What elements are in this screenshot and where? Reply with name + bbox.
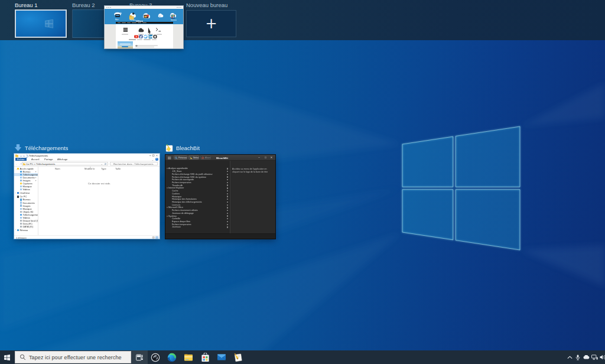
column-taille[interactable]: Taille xyxy=(115,167,121,170)
desktop2-label: Bureau 2 xyxy=(72,2,95,8)
onedrive-tray-icon[interactable] xyxy=(582,355,590,359)
cleaner-checkbox[interactable] xyxy=(227,196,228,197)
cleaner-checkbox[interactable] xyxy=(227,202,228,203)
view-toggle-icons[interactable] xyxy=(152,236,159,239)
refresh-icon[interactable]: ⟳ xyxy=(105,162,107,166)
address-path: Ce PC > Téléchargements xyxy=(26,162,55,165)
bleachbit-window-thumbnail[interactable]: Prévisualiser Nettoyer Abandonner Bleach… xyxy=(165,155,275,239)
explorer-thumbnail-label[interactable]: Téléchargements xyxy=(15,144,68,151)
taskbar-app-text-editor[interactable] xyxy=(230,350,246,364)
bleachbit-title: BleachBit xyxy=(216,157,228,160)
explorer-navigation-bar: ← → ↑ Ce PC > Téléchargements ⌄ ⟳ Recher… xyxy=(14,161,160,167)
task-view-screen: Bureau 1 Bureau 2 Bureau 3 Nouveau burea… xyxy=(0,0,605,364)
search-icon xyxy=(19,354,26,361)
doc-icon xyxy=(20,186,22,187)
explorer-sidebar-item[interactable]: ›OneDrive xyxy=(14,191,38,194)
cleaner-checkbox[interactable] xyxy=(227,184,228,186)
help-icon[interactable]: ? xyxy=(155,158,158,161)
cleaner-checkbox[interactable] xyxy=(227,182,228,183)
cleaner-checkbox[interactable] xyxy=(227,215,228,216)
taskbar-app-mail[interactable] xyxy=(213,350,230,364)
desktop1-label: Bureau 1 xyxy=(15,2,38,8)
abort-button[interactable]: Abandonner xyxy=(200,155,211,160)
cleaner-checkbox[interactable] xyxy=(227,193,228,194)
close-icon[interactable]: ✕ xyxy=(270,156,273,160)
network-tray-icon[interactable] xyxy=(590,355,599,360)
taskbar-app-microsoft-edge[interactable] xyxy=(164,350,180,364)
downloads-icon xyxy=(15,144,21,151)
microsoft-store-icon xyxy=(201,353,210,362)
bleachbit-help-text: Accédez au menu de l'application en cliq… xyxy=(232,168,274,174)
desktop-icon xyxy=(20,171,22,173)
taskbar-app-microsoft-store[interactable] xyxy=(197,350,213,364)
preview-article-image xyxy=(118,41,133,49)
cleaner-checkbox[interactable] xyxy=(227,213,228,214)
cloud-icon xyxy=(17,192,19,194)
new-desktop-tile[interactable]: + xyxy=(186,10,236,37)
explorer-sidebar-item[interactable]: DATA (G:) xyxy=(14,225,38,228)
cleaner-checkbox[interactable] xyxy=(227,218,228,219)
mail-icon xyxy=(217,353,226,362)
net-icon xyxy=(17,229,19,231)
preview-magnifier-icon xyxy=(175,157,178,160)
item-count-text: 1 élément xyxy=(16,236,27,239)
volume-tray-icon[interactable] xyxy=(599,355,605,360)
desktop1-tile[interactable] xyxy=(15,9,67,38)
cleaner-checkbox[interactable] xyxy=(227,176,228,177)
disk-icon xyxy=(20,220,22,222)
disk-icon xyxy=(20,223,22,225)
explorer-window-thumbnail[interactable]: Téléchargements Fichier Accueil Partage … xyxy=(14,154,160,239)
vid-icon xyxy=(20,188,22,190)
bleachbit-tree-row[interactable]: Journaux xyxy=(165,226,230,229)
cleaner-checkbox[interactable] xyxy=(227,207,228,208)
file-explorer-icon xyxy=(184,353,193,362)
preview-button[interactable]: Prévisualiser xyxy=(174,155,187,160)
desktop3-preview-popup[interactable]: Apps Fichiers Services Hitea xyxy=(105,6,183,48)
desktop1-thumbnail xyxy=(16,11,66,37)
obj-icon xyxy=(20,211,22,213)
explorer-sidebar-item[interactable]: ›Réseau xyxy=(14,229,38,232)
cleaner-checkbox[interactable] xyxy=(227,187,228,188)
microsoft-edge-icon xyxy=(167,353,177,362)
clean-button[interactable]: Nettoyer xyxy=(188,155,199,160)
vid-icon xyxy=(20,217,22,219)
microphone-tray-icon[interactable] xyxy=(574,355,582,360)
hidden-icons-chevron[interactable] xyxy=(565,356,574,359)
cleaner-checkbox[interactable] xyxy=(227,226,228,228)
explorer-search-box[interactable]: Rechercher dans : Téléchargements xyxy=(110,162,158,165)
column-type[interactable]: Type xyxy=(101,167,106,170)
task-view-icon xyxy=(136,354,143,361)
cleaner-checkbox[interactable] xyxy=(227,168,228,169)
address-dropdown-icon[interactable]: ⌄ xyxy=(100,162,103,166)
explorer-status-bar: 1 élément xyxy=(14,235,160,239)
taskbar-search-box[interactable]: Tapez ici pour effectuer une recherche xyxy=(15,351,131,363)
bleachbit-cleaners-tree: ▾Analyse approfondie.DS_StoreFichiers d'… xyxy=(165,161,230,233)
minimize-icon[interactable]: – xyxy=(258,156,261,160)
bleachbit-titlebar: Prévisualiser Nettoyer Abandonner Bleach… xyxy=(165,155,275,161)
system-tray xyxy=(565,350,605,364)
taskbar-app-file-explorer[interactable] xyxy=(180,350,197,364)
cleaner-checkbox[interactable] xyxy=(227,221,228,222)
task-view-button[interactable] xyxy=(131,350,148,364)
pin-icon: ✦ xyxy=(35,171,37,173)
cleaner-checkbox[interactable] xyxy=(227,224,228,225)
cleaner-checkbox[interactable] xyxy=(227,174,228,175)
explorer-sidebar-item[interactable]: Vidéos xyxy=(14,188,38,191)
text-editor-icon xyxy=(233,353,243,362)
bleachbit-thumbnail-label[interactable]: BleachBit xyxy=(165,144,200,152)
menu-icon[interactable] xyxy=(168,157,171,160)
address-bar[interactable]: Ce PC > Téléchargements ⌄ ⟳ xyxy=(22,162,108,165)
cleaner-checkbox[interactable] xyxy=(227,204,228,206)
new-desktop-label: Nouveau bureau xyxy=(186,2,227,8)
bleachbit-thumbnail-title: BleachBit xyxy=(176,145,200,151)
cleaner-checkbox[interactable] xyxy=(227,199,228,200)
cleaner-checkbox[interactable] xyxy=(227,179,228,180)
column-nom[interactable]: Nom xyxy=(55,167,60,170)
cleaner-checkbox[interactable] xyxy=(227,210,228,211)
start-button[interactable] xyxy=(0,350,14,364)
cleaner-checkbox[interactable] xyxy=(227,190,228,191)
maximize-icon[interactable]: □ xyxy=(264,156,267,160)
broom-icon xyxy=(190,157,193,160)
cleaner-checkbox[interactable] xyxy=(227,171,228,172)
taskbar-app-obs-studio[interactable] xyxy=(147,350,164,364)
